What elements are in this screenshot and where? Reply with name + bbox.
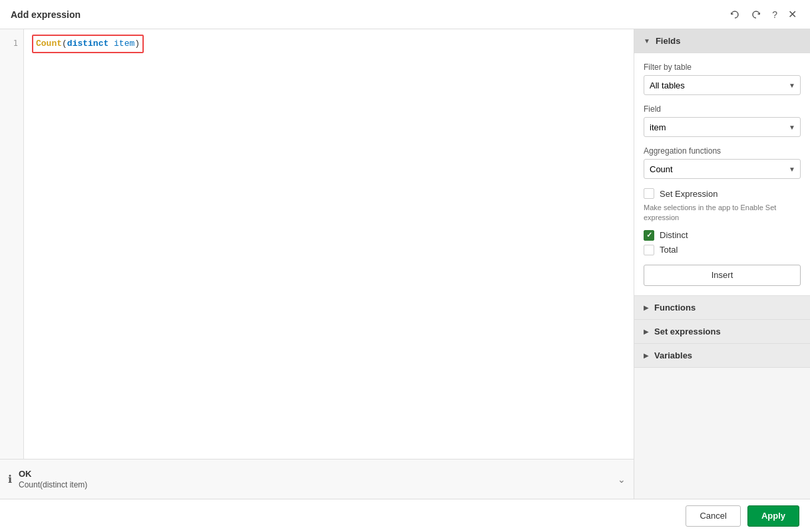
distinct-row: Distinct [644, 230, 801, 241]
functions-section-label: Functions [654, 303, 696, 313]
editor-area: 1 Count(distinct item) ℹ OK Count(distin… [0, 29, 634, 499]
code-line-1: Count(distinct item) [32, 35, 626, 49]
fields-section-label: Fields [656, 36, 681, 46]
help-icon: ? [772, 9, 777, 20]
set-expression-label: Set Expression [660, 189, 717, 199]
filter-by-table-label: Filter by table [644, 63, 801, 72]
variables-section-header[interactable]: ▶ Variables [634, 344, 810, 368]
total-checkbox[interactable] [644, 245, 654, 255]
distinct-checkbox[interactable] [644, 230, 654, 241]
status-ok-label: OK [19, 469, 87, 479]
redo-icon [751, 9, 761, 20]
status-bar: ℹ OK Count(distinct item) ⌄ [0, 459, 634, 499]
keyword-distinct: distinct [67, 39, 108, 49]
filter-by-table-select-wrapper: All tables [644, 75, 801, 95]
help-button[interactable]: ? [769, 7, 780, 23]
code-editor[interactable]: Count(distinct item) [24, 29, 634, 459]
total-label: Total [660, 245, 678, 255]
right-panel: ▼ Fields Filter by table All tables Fiel… [634, 29, 810, 499]
line-number-1: 1 [0, 36, 18, 51]
main-content: 1 Count(distinct item) ℹ OK Count(distin… [0, 29, 810, 499]
undo-icon [729, 9, 740, 20]
field-select[interactable]: item [644, 117, 801, 137]
set-expressions-chevron-icon: ▶ [644, 328, 649, 335]
close-icon: ✕ [788, 8, 797, 21]
title-bar: Add expression ? ✕ [0, 0, 810, 29]
field-group: Field item [644, 104, 801, 137]
line-numbers: 1 [0, 29, 24, 459]
aggregation-label: Aggregation functions [644, 146, 801, 156]
paren-open: ( [62, 39, 67, 49]
functions-section-header[interactable]: ▶ Functions [634, 296, 810, 320]
redo-button[interactable] [748, 7, 764, 23]
aggregation-select-wrapper: Count [644, 159, 801, 179]
filter-by-table-group: Filter by table All tables [644, 63, 801, 95]
action-bar: Cancel Apply [0, 499, 810, 532]
fields-chevron-icon: ▼ [644, 37, 650, 45]
total-row: Total [644, 245, 801, 255]
code-expression: Count(distinct item) [32, 35, 144, 53]
apply-button[interactable]: Apply [747, 505, 799, 527]
set-expressions-section-label: Set expressions [654, 327, 721, 336]
fields-section-content: Filter by table All tables Field item [634, 53, 810, 296]
aggregation-select[interactable]: Count [644, 159, 801, 179]
dialog-title: Add expression [11, 9, 81, 20]
keyword-count: Count [36, 39, 62, 49]
info-icon: ℹ [8, 473, 12, 485]
field-select-wrapper: item [644, 117, 801, 137]
aggregation-group: Aggregation functions Count [644, 146, 801, 179]
variables-section-label: Variables [654, 350, 692, 360]
add-expression-dialog: Add expression ? ✕ [0, 0, 810, 532]
variables-chevron-icon: ▶ [644, 352, 649, 359]
filter-by-table-select[interactable]: All tables [644, 75, 801, 95]
paren-close: ) [134, 39, 140, 49]
title-bar-actions: ? ✕ [727, 5, 799, 23]
field-label: Field [644, 104, 801, 114]
set-expression-row: Set Expression [644, 188, 801, 199]
set-expression-checkbox[interactable] [644, 188, 654, 199]
insert-button[interactable]: Insert [644, 265, 801, 286]
undo-button[interactable] [727, 7, 743, 23]
fields-section-header[interactable]: ▼ Fields [634, 29, 810, 53]
distinct-label: Distinct [660, 230, 688, 240]
set-expression-hint: Make selections in the app to Enable Set… [644, 203, 801, 223]
close-button[interactable]: ✕ [785, 5, 799, 23]
status-expression: Count(distinct item) [19, 480, 87, 489]
functions-chevron-icon: ▶ [644, 304, 649, 311]
editor-body: 1 Count(distinct item) [0, 29, 634, 459]
status-chevron-icon[interactable]: ⌄ [618, 474, 626, 485]
status-text: OK Count(distinct item) [19, 469, 87, 489]
set-expressions-section-header[interactable]: ▶ Set expressions [634, 320, 810, 344]
cancel-button[interactable]: Cancel [686, 505, 740, 527]
keyword-item: item [114, 39, 134, 49]
